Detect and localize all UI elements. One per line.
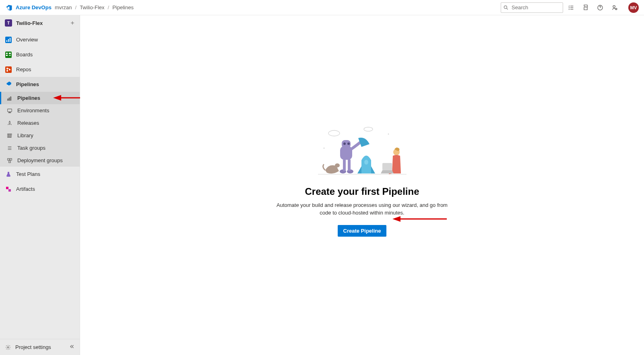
gear-icon — [5, 344, 11, 351]
subnav-item-label: Deployment groups — [17, 157, 63, 163]
svg-point-45 — [364, 127, 373, 131]
svg-point-22 — [6, 70, 8, 72]
svg-rect-27 — [8, 109, 12, 111]
test-plans-icon — [5, 171, 12, 178]
empty-state: Create your first Pipeline Automate your… — [274, 126, 451, 237]
releases-icon — [6, 120, 13, 127]
sidebar: T Twilio-Flex Overview Boards — [0, 15, 80, 355]
svg-rect-25 — [9, 98, 10, 100]
svg-point-21 — [6, 68, 8, 69]
svg-rect-14 — [10, 38, 10, 42]
search-icon — [503, 5, 509, 10]
collapse-sidebar-icon[interactable] — [69, 344, 75, 351]
svg-rect-60 — [382, 163, 392, 170]
overview-icon — [5, 36, 12, 43]
project-switcher[interactable]: T Twilio-Flex — [0, 15, 80, 31]
subnav-item-environments[interactable]: Environments — [0, 104, 80, 117]
artifacts-icon — [5, 186, 12, 193]
breadcrumb-section[interactable]: Pipelines — [112, 4, 134, 10]
subnav-item-label: Environments — [17, 107, 49, 114]
project-badge: T — [5, 19, 12, 27]
svg-point-7 — [613, 5, 615, 7]
svg-rect-20 — [5, 66, 12, 73]
sidebar-item-label: Boards — [16, 52, 33, 58]
empty-state-title: Create your first Pipeline — [274, 186, 451, 197]
project-settings-label: Project settings — [15, 344, 51, 350]
library-icon — [6, 132, 13, 139]
svg-rect-36 — [8, 158, 9, 160]
svg-point-47 — [388, 133, 389, 134]
breadcrumb-org[interactable]: mvrzan — [55, 4, 72, 10]
svg-rect-38 — [9, 161, 10, 162]
main-content: Create your first Pipeline Automate your… — [80, 15, 644, 355]
breadcrumb-sep: / — [108, 4, 109, 10]
task-groups-icon — [6, 144, 13, 152]
svg-rect-32 — [10, 134, 12, 137]
svg-rect-56 — [348, 159, 351, 171]
sidebar-item-repos[interactable]: Repos — [0, 62, 80, 77]
sidebar-item-boards[interactable]: Boards — [0, 47, 80, 62]
sidebar-item-label: Pipelines — [16, 81, 39, 87]
user-settings-icon[interactable] — [611, 4, 618, 11]
illustration — [274, 126, 451, 180]
subnav-item-label: Library — [17, 132, 33, 138]
pipelines-icon — [5, 81, 12, 88]
subnav-item-task-groups[interactable]: Task groups — [0, 142, 80, 154]
azure-devops-logo-icon — [5, 4, 12, 11]
breadcrumb-brand[interactable]: Azure DevOps — [16, 4, 52, 10]
avatar[interactable]: MV — [628, 2, 639, 13]
deployment-groups-icon — [6, 157, 13, 164]
global-search — [501, 2, 563, 13]
svg-point-52 — [347, 142, 350, 145]
subnav-item-releases[interactable]: Releases — [0, 117, 80, 129]
boards-icon — [5, 51, 12, 58]
empty-state-description: Automate your build and release processe… — [274, 201, 451, 217]
project-settings-link[interactable]: Project settings — [0, 339, 80, 355]
svg-point-0 — [504, 6, 507, 8]
svg-point-46 — [323, 147, 324, 149]
breadcrumb-project[interactable]: Twilio-Flex — [80, 4, 104, 10]
svg-point-41 — [7, 347, 9, 348]
svg-point-8 — [615, 8, 617, 9]
svg-rect-40 — [8, 189, 11, 192]
sidebar-item-artifacts[interactable]: Artifacts — [0, 182, 80, 196]
sidebar-item-test-plans[interactable]: Test Plans — [0, 167, 80, 182]
sidebar-item-label: Artifacts — [16, 186, 35, 192]
svg-point-57 — [364, 160, 368, 165]
subnav-item-deployment-groups[interactable]: Deployment groups — [0, 154, 80, 167]
plus-icon[interactable] — [70, 21, 75, 25]
subnav-item-label: Releases — [17, 120, 39, 126]
subnav-item-pipelines[interactable]: Pipelines — [0, 92, 80, 104]
svg-rect-31 — [9, 134, 10, 137]
svg-rect-28 — [8, 112, 10, 113]
svg-rect-13 — [8, 39, 9, 42]
breadcrumb-sep: / — [75, 4, 77, 10]
sidebar-item-pipelines[interactable]: Pipelines — [0, 77, 80, 92]
svg-point-58 — [335, 163, 340, 167]
marketplace-icon[interactable] — [582, 4, 589, 11]
top-header: Azure DevOps mvrzan / Twilio-Flex / Pipe… — [0, 0, 644, 15]
svg-rect-18 — [9, 53, 11, 54]
create-pipeline-button[interactable]: Create Pipeline — [338, 225, 387, 237]
project-name: Twilio-Flex — [16, 20, 43, 26]
help-icon[interactable] — [597, 4, 603, 11]
svg-point-51 — [343, 142, 346, 145]
svg-rect-17 — [6, 55, 8, 56]
sidebar-item-overview[interactable]: Overview — [0, 32, 80, 47]
pipelines-sub-icon — [6, 95, 13, 102]
tasks-icon[interactable] — [568, 4, 574, 11]
svg-rect-55 — [343, 159, 346, 171]
svg-rect-19 — [9, 55, 11, 56]
environments-icon — [6, 107, 13, 114]
svg-rect-12 — [6, 40, 7, 42]
sidebar-item-label: Repos — [16, 66, 31, 72]
nav: Overview Boards Repos Pipe — [0, 31, 80, 196]
search-input[interactable] — [501, 2, 563, 13]
sidebar-item-label: Test Plans — [16, 171, 40, 177]
svg-line-1 — [507, 8, 508, 9]
subnav-item-label: Pipelines — [17, 95, 40, 101]
breadcrumb: Azure DevOps mvrzan / Twilio-Flex / Pipe… — [16, 4, 134, 10]
subnav-item-library[interactable]: Library — [0, 129, 80, 142]
svg-rect-37 — [10, 158, 12, 160]
sidebar-item-label: Overview — [16, 37, 38, 43]
